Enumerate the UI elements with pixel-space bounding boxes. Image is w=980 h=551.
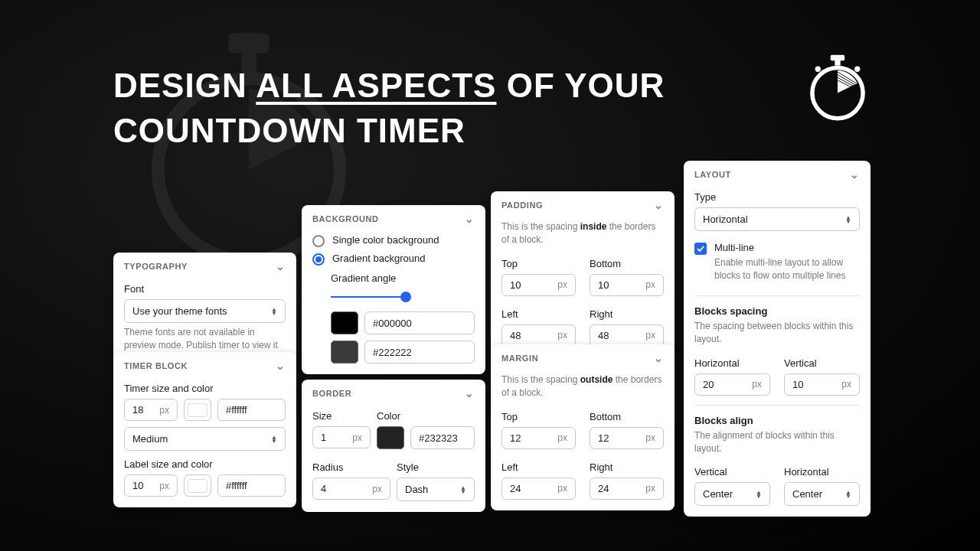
svg-point-5 (815, 67, 821, 72)
chevron-down-icon: ⌄ (654, 199, 664, 211)
section-header-padding[interactable]: PADDING ⌄ (491, 191, 675, 217)
radio-gradient[interactable]: Gradient background (312, 249, 475, 268)
input-spacing-horizontal[interactable]: px (694, 373, 770, 396)
chevron-down-icon: ⌄ (465, 213, 475, 225)
label-border-size: Size (312, 410, 371, 422)
input-label-color[interactable] (217, 474, 286, 497)
swatch-label-color[interactable] (184, 474, 211, 497)
checkbox-multi-line[interactable]: Multi-line Enable multi-line layout to a… (694, 239, 860, 286)
label-font: Font (124, 283, 286, 295)
label-timer-size-color: Timer size and color (124, 383, 286, 394)
help-padding: This is the spacing inside the borders o… (501, 220, 664, 247)
select-layout-type[interactable]: Horizontal ▲▼ (694, 207, 860, 231)
panel-layout: LAYOUT ⌄ Type Horizontal ▲▼ Multi-line E… (684, 161, 871, 517)
input-color2-hex[interactable] (364, 341, 475, 364)
chevron-down-icon: ⌄ (465, 387, 475, 399)
input-spacing-vertical[interactable]: px (784, 373, 860, 396)
checkbox-icon (694, 243, 707, 255)
chevron-down-icon: ⌄ (850, 168, 860, 181)
input-padding-bottom[interactable]: px (590, 274, 664, 296)
slider-gradient-angle[interactable] (331, 292, 475, 302)
input-border-size[interactable]: px (312, 426, 371, 448)
svg-point-6 (854, 67, 860, 72)
svg-rect-0 (229, 33, 270, 53)
label-border-color: Color (377, 410, 475, 422)
input-timer-color[interactable] (217, 399, 286, 421)
chevron-down-icon: ⌄ (276, 260, 286, 272)
heading-blocks-align: Blocks align (694, 415, 860, 426)
input-padding-right[interactable]: px (590, 324, 664, 347)
swatch-color2[interactable] (331, 341, 358, 364)
radio-single-color[interactable]: Single color background (312, 231, 475, 249)
input-label-size[interactable]: px (124, 474, 178, 497)
updown-icon: ▲▼ (271, 308, 277, 315)
swatch-color1[interactable] (331, 311, 358, 334)
section-header-background[interactable]: BACKGROUND ⌄ (302, 205, 485, 231)
heading-blocks-spacing: Blocks spacing (694, 305, 860, 317)
input-border-radius[interactable]: px (312, 478, 390, 500)
radio-icon (312, 253, 325, 266)
hero-title: DESIGN ALL ASPECTS OF YOUR COUNTDOWN TIM… (113, 63, 665, 154)
panel-margin: MARGIN ⌄ This is the spacing outside the… (491, 344, 675, 510)
input-border-color-hex[interactable] (410, 426, 475, 449)
input-padding-left[interactable]: px (501, 324, 576, 347)
updown-icon: ▲▼ (756, 491, 762, 498)
panel-padding: PADDING ⌄ This is the spacing inside the… (491, 191, 675, 357)
label-border-radius: Radius (312, 461, 390, 473)
label-layout-type: Type (694, 191, 860, 203)
input-margin-top[interactable]: px (501, 427, 576, 449)
updown-icon: ▲▼ (845, 491, 851, 498)
input-margin-bottom[interactable]: px (590, 427, 664, 449)
input-padding-top[interactable]: px (501, 274, 576, 296)
select-timer-weight[interactable]: Medium ▲▼ (124, 427, 286, 451)
chevron-down-icon: ⌄ (654, 352, 664, 364)
svg-rect-4 (835, 59, 840, 65)
swatch-timer-color[interactable] (184, 399, 211, 421)
label-gradient-angle: Gradient angle (331, 272, 475, 284)
updown-icon: ▲▼ (845, 216, 851, 223)
section-header-timer-block[interactable]: TIMER BLOCK ⌄ (113, 352, 296, 378)
select-align-horizontal[interactable]: Center▲▼ (784, 482, 860, 506)
select-align-vertical[interactable]: Center▲▼ (694, 482, 770, 506)
updown-icon: ▲▼ (460, 486, 466, 494)
input-color1-hex[interactable] (364, 311, 475, 334)
panel-background: BACKGROUND ⌄ Single color background Gra… (302, 205, 485, 374)
updown-icon: ▲▼ (271, 435, 277, 443)
input-margin-right[interactable]: px (590, 478, 664, 500)
section-header-layout[interactable]: LAYOUT ⌄ (684, 161, 871, 187)
input-margin-left[interactable]: px (501, 478, 576, 500)
stopwatch-icon (802, 54, 873, 124)
section-header-typography[interactable]: TYPOGRAPHY ⌄ (113, 253, 296, 279)
panel-border: BORDER ⌄ Size px Color Radius px Style (302, 380, 485, 512)
panel-timer-block: TIMER BLOCK ⌄ Timer size and color px Me… (113, 352, 296, 507)
label-label-size-color: Label size and color (124, 458, 286, 470)
label-border-style: Style (397, 461, 475, 473)
chevron-down-icon: ⌄ (276, 360, 286, 372)
help-margin: This is the spacing outside the borders … (501, 373, 664, 400)
select-font[interactable]: Use your theme fonts ▲▼ (124, 299, 286, 323)
section-header-border[interactable]: BORDER ⌄ (302, 380, 485, 406)
swatch-border-color[interactable] (377, 426, 404, 449)
input-timer-size[interactable]: px (124, 399, 178, 421)
select-border-style[interactable]: Dash ▲▼ (397, 478, 475, 501)
radio-icon (312, 235, 325, 247)
section-header-margin[interactable]: MARGIN ⌄ (491, 344, 675, 370)
